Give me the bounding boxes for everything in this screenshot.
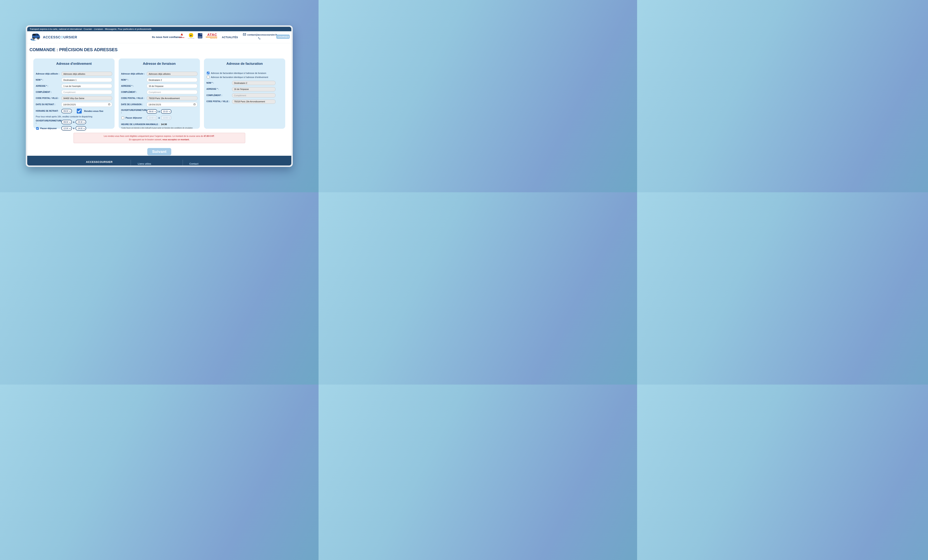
delivery-name-input[interactable]	[147, 78, 197, 82]
pickup-lunch-from-select[interactable]: 12:00	[61, 126, 72, 131]
delivery-name-label: NOM * :	[121, 79, 147, 81]
banque-populaire-logo: +×	[198, 33, 202, 38]
delivery-time-footnote: *Cette heure est donnée à titre indicati…	[121, 127, 197, 129]
site-footer: ACCESSCOURSIER Liens utiles Contact	[27, 156, 292, 166]
site-header: ACCESSCOURSIER Ils nous font confiance A…	[27, 31, 292, 43]
pickup-open-select[interactable]: 09:00	[61, 120, 72, 124]
pickup-dispatch-note: Pour tous retrait après 16h, veuillez co…	[36, 115, 112, 118]
billing-name-input[interactable]	[232, 81, 275, 85]
billing-address-panel: Adresse de facturation Adresse de factur…	[204, 58, 285, 129]
pickup-zipcity-input[interactable]	[61, 96, 112, 100]
brand-logo[interactable]: ACCESSCOURSIER	[30, 33, 77, 42]
browser-window: Transport express à la carte, national e…	[26, 25, 293, 167]
fixed-appointment-checkbox[interactable]	[77, 109, 82, 114]
pickup-date-label: DATE DU RETRAIT :	[36, 103, 61, 106]
billing-same-as-delivery-checkbox[interactable]	[207, 72, 209, 74]
auchan-logo: Auchan	[179, 33, 185, 38]
to-separator: à	[159, 117, 160, 119]
delivery-panel-title: Adresse de livraison	[121, 62, 197, 65]
billing-complement-input[interactable]	[232, 93, 275, 97]
delivery-used-address-input[interactable]	[147, 72, 197, 76]
delivery-address-input[interactable]	[147, 84, 197, 88]
delivery-lunch-break-checkbox[interactable]	[122, 117, 124, 119]
footer-links-title[interactable]: Liens utiles	[138, 163, 151, 165]
partner-logos: Auchan LA POSTE +× ATAC Supermarché	[179, 33, 217, 39]
delivery-zipcity-label: CODE POSTAL / VILLE :	[121, 97, 147, 99]
page-title: COMMANDE : PRÉCISION DES ADRESSES	[29, 47, 292, 52]
pickup-name-input[interactable]	[61, 78, 112, 82]
van-logo-icon	[30, 33, 41, 42]
main-content: COMMANDE : PRÉCISION DES ADRESSES Adress…	[27, 43, 292, 156]
pickup-complement-input[interactable]	[61, 90, 112, 94]
laposte-logo: LA POSTE	[188, 33, 194, 39]
pickup-lunch-to-select[interactable]: 14:00	[76, 126, 86, 131]
phone-icon[interactable]	[243, 37, 275, 40]
pickup-openclose-label: OUVERTURE/FERMETURE :	[36, 120, 61, 124]
to-separator: à	[159, 110, 160, 113]
warning-line-2: En appuyant sur le bouton suivant, vous …	[76, 138, 243, 142]
pickup-used-address-input[interactable]	[61, 72, 112, 76]
nav-actualites[interactable]: ACTUALITÉS	[222, 36, 238, 39]
delivery-lunch-from-select[interactable]: 12:00	[147, 116, 157, 120]
pickup-address-label: ADRESSE * :	[36, 85, 61, 87]
tagline-text: Transport express à la carte, national e…	[30, 28, 151, 30]
billing-zipcity-label: CODE POSTAL / VILLE :	[206, 100, 232, 103]
delivery-date-label: DATE DE LIVRAISON :	[121, 103, 147, 106]
fixed-appointment-warning: Les rendez-vous fixes sont éligibles uni…	[73, 133, 245, 143]
courses-button[interactable]: COURSES	[276, 35, 290, 39]
delivery-complement-input[interactable]	[147, 90, 197, 94]
footer-contact-title[interactable]: Contact	[189, 163, 198, 165]
delivery-lunch-to-select[interactable]: 13:00	[161, 116, 171, 120]
to-separator: à	[73, 127, 74, 129]
pickup-lunch-break-label: Pause déjeuner	[40, 127, 56, 129]
pickup-name-label: NOM * :	[36, 79, 61, 81]
billing-name-label: NOM * :	[206, 82, 232, 84]
pickup-address-panel: Adresse d'enlèvement Adresse déjà utilis…	[33, 58, 114, 129]
calendar-icon[interactable]	[194, 103, 195, 106]
warning-line-1: Les rendez-vous fixes sont éligibles uni…	[76, 134, 243, 138]
header-contact-block: contact@accesscoursier.fr	[243, 33, 275, 40]
brand-wordmark: ACCESSCOURSIER	[43, 35, 77, 40]
delivery-lunch-break-label: Pause déjeuner	[125, 117, 142, 119]
delivery-used-address-label: Adresse déjà utilisée :	[121, 73, 147, 75]
fixed-appointment-label: Rendez-vous fixe	[84, 110, 104, 112]
max-delivery-time-label: HEURE DE LIVRAISON MAXIMALE :	[121, 123, 159, 125]
billing-same-as-pickup-label: Adresse de facturation identique à l'adr…	[211, 76, 268, 78]
atac-logo: ATAC Supermarché	[206, 33, 217, 39]
billing-address-input[interactable]	[232, 87, 275, 91]
billing-same-as-delivery-label: Adresse de facturation identique à l'adr…	[211, 72, 266, 74]
footer-brand: ACCESSCOURSIER	[86, 160, 113, 163]
envelope-icon	[243, 33, 246, 36]
delivery-openclose-label: OUVERTURE/FERMETURE :	[121, 109, 147, 114]
pickup-zipcity-label: CODE POSTAL / VILLE :	[36, 97, 61, 99]
delivery-open-select[interactable]: 09:00	[147, 109, 157, 114]
billing-zipcity-input[interactable]	[232, 99, 275, 104]
delivery-date-input[interactable]: 18/09/2025	[147, 102, 197, 107]
delivery-zipcity-input[interactable]	[147, 96, 197, 100]
pickup-panel-title: Adresse d'enlèvement	[36, 62, 112, 65]
auchan-bird-icon	[180, 33, 184, 37]
contact-email[interactable]: contact@accesscoursier.fr	[247, 33, 277, 36]
max-delivery-time-value: 14:30	[161, 123, 167, 125]
top-tagline-bar: Transport express à la carte, national e…	[27, 27, 292, 31]
pickup-lunch-break-checkbox[interactable]	[36, 127, 39, 130]
pickup-complement-label: COMPLÉMENT :	[36, 91, 61, 93]
delivery-address-panel: Adresse de livraison Adresse déjà utilis…	[119, 58, 200, 129]
delivery-close-select[interactable]: 23:30	[161, 109, 171, 114]
calendar-icon[interactable]	[108, 103, 110, 106]
billing-same-as-pickup-checkbox[interactable]	[207, 76, 209, 78]
pickup-date-input[interactable]: 18/09/2025	[61, 102, 112, 107]
laposte-bird-icon	[189, 33, 193, 37]
billing-panel-title: Adresse de facturation	[206, 62, 283, 65]
trust-label: Ils nous font confiance	[152, 35, 182, 39]
pickup-time-select[interactable]: 09:00	[61, 109, 72, 113]
next-button[interactable]: Suivant	[147, 148, 171, 155]
pickup-address-input[interactable]	[61, 84, 112, 88]
delivery-address-label: ADRESSE * :	[121, 85, 147, 87]
to-separator: à	[73, 121, 74, 123]
pickup-used-address-label: Adresse déjà utilisée :	[36, 73, 61, 75]
pickup-time-label: HORAIRE DE RETRAIT:	[36, 110, 61, 112]
billing-complement-label: COMPLÉMENT :	[206, 94, 232, 97]
billing-address-label: ADRESSE * :	[206, 88, 232, 90]
pickup-close-select[interactable]: 23:30	[76, 120, 86, 124]
